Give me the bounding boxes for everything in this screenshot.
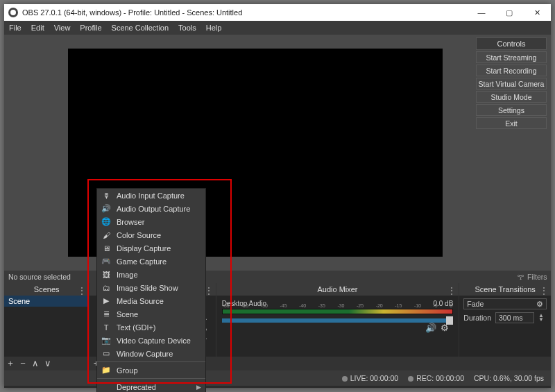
slideshow-icon: 🗂 (101, 284, 111, 292)
menu-video-capture-device[interactable]: 📷Video Capture Device (97, 334, 205, 347)
menu-scene-collection[interactable]: Scene Collection (107, 21, 174, 35)
status-bar: LIVE: 00:00:00 REC: 00:00:00 CPU: 0.6%, … (4, 370, 551, 386)
menu-media-source[interactable]: ▶Media Source (97, 294, 205, 307)
menu-separator (97, 361, 205, 362)
window-icon: ▭ (101, 349, 111, 358)
menu-bar: File Edit View Profile Scene Collection … (4, 21, 551, 35)
transitions-panel: Scene Transitions⋮ Fade ⚙ Duration 300 m… (459, 283, 551, 370)
folder-icon: 📁 (101, 366, 111, 375)
menu-deprecated[interactable]: Deprecated▶ (97, 380, 205, 392)
play-icon: ▶ (101, 296, 111, 305)
close-button[interactable]: ✕ (523, 4, 551, 21)
start-virtual-camera-button[interactable]: Start Virtual Camera (476, 78, 547, 90)
scene-remove-button[interactable]: − (17, 357, 29, 370)
menu-image-slide-show[interactable]: 🗂Image Slide Show (97, 281, 205, 294)
menu-group[interactable]: 📁Group (97, 364, 205, 377)
exit-button[interactable]: Exit (476, 117, 547, 129)
menu-window-capture[interactable]: ▭Window Capture (97, 347, 205, 360)
mic-icon: 🎙 (101, 191, 111, 200)
transitions-header: Scene Transitions⋮ (459, 283, 551, 296)
scene-item[interactable]: Scene (4, 296, 89, 307)
image-icon: 🖼 (101, 271, 111, 279)
maximize-button[interactable]: ▢ (495, 4, 523, 21)
rec-status-icon (408, 376, 413, 382)
start-recording-button[interactable]: Start Recording (476, 65, 547, 76)
mixer-header: Audio Mixer⋮ (216, 283, 459, 296)
scenes-panel: Scenes⋮ Scene + − ∧ ∨ (4, 283, 89, 370)
live-status: LIVE: 00:00:00 (350, 374, 398, 382)
volume-slider[interactable] (222, 318, 454, 323)
menu-text-gdi[interactable]: TText (GDI+) (97, 321, 205, 334)
start-streaming-button[interactable]: Start Streaming (476, 51, 547, 63)
scenes-toolbar: + − ∧ ∨ (4, 357, 89, 370)
mute-icon[interactable]: 🔊 (425, 323, 441, 333)
duration-spinner[interactable]: ▲▼ (538, 314, 547, 322)
duration-input[interactable]: 300 ms (495, 312, 534, 323)
menu-help[interactable]: Help (201, 21, 227, 35)
live-status-icon (342, 376, 348, 382)
app-icon (8, 8, 18, 17)
menu-game-capture[interactable]: 🎮Game Capture (97, 255, 205, 268)
minimize-button[interactable]: — (468, 4, 495, 21)
menu-view[interactable]: View (49, 21, 76, 35)
menu-edit[interactable]: Edit (26, 21, 49, 35)
menu-browser[interactable]: 🌐Browser (97, 215, 205, 228)
menu-profile[interactable]: Profile (75, 21, 106, 35)
scene-up-button[interactable]: ∧ (29, 357, 42, 370)
no-source-label: No source selected (4, 273, 518, 281)
submenu-arrow-icon: ▶ (196, 384, 201, 391)
audio-meter: -60-55-50-45-40-35-30-25-20-15-10-50 (222, 309, 454, 314)
menu-scene[interactable]: ≣Scene (97, 307, 205, 321)
menu-audio-input-capture[interactable]: 🎙Audio Input Capture (97, 189, 205, 202)
menu-image[interactable]: 🖼Image (97, 268, 205, 281)
gamepad-icon: 🎮 (101, 257, 111, 266)
track-settings-icon[interactable]: ⚙ (441, 323, 453, 333)
controls-header: Controls (476, 37, 547, 50)
rec-status: REC: 00:00:00 (416, 374, 464, 382)
studio-mode-button[interactable]: Studio Mode (476, 91, 547, 103)
audio-mixer-panel: Audio Mixer⋮ Desktop Audio 0.0 dB -60-55… (216, 283, 460, 370)
scene-down-button[interactable]: ∨ (42, 357, 54, 370)
menu-file[interactable]: File (4, 21, 26, 35)
titlebar: OBS 27.0.1 (64-bit, windows) - Profile: … (4, 4, 551, 21)
menu-separator (97, 378, 205, 379)
controls-panel: Controls Start Streaming Start Recording… (476, 35, 551, 271)
list-icon: ≣ (101, 309, 111, 318)
settings-button[interactable]: Settings (476, 104, 547, 116)
cpu-status: CPU: 0.6%, 30.00 fps (474, 374, 544, 382)
brush-icon: 🖌 (101, 231, 111, 239)
gear-icon[interactable]: ⚙ (536, 300, 543, 308)
menu-color-source[interactable]: 🖌Color Source (97, 228, 205, 241)
duration-label: Duration (463, 314, 491, 322)
text-icon: T (101, 323, 111, 332)
preview-area[interactable] (4, 35, 476, 271)
menu-tools[interactable]: Tools (173, 21, 201, 35)
transition-select[interactable]: Fade ⚙ (463, 298, 547, 309)
window-title: OBS 27.0.1 (64-bit, windows) - Profile: … (22, 8, 468, 17)
menu-display-capture[interactable]: 🖥Display Capture (97, 241, 205, 255)
scene-add-button[interactable]: + (4, 357, 17, 370)
speaker-icon: 🔊 (101, 204, 111, 213)
filters-button[interactable]: 🝖 Filters (518, 273, 551, 281)
camera-icon: 📷 (101, 336, 111, 345)
globe-icon: 🌐 (101, 217, 111, 226)
add-source-menu: 🎙Audio Input Capture 🔊Audio Output Captu… (96, 188, 206, 392)
scenes-header: Scenes⋮ (4, 283, 89, 296)
monitor-icon: 🖥 (101, 244, 111, 253)
menu-audio-output-capture[interactable]: 🔊Audio Output Capture (97, 202, 205, 215)
